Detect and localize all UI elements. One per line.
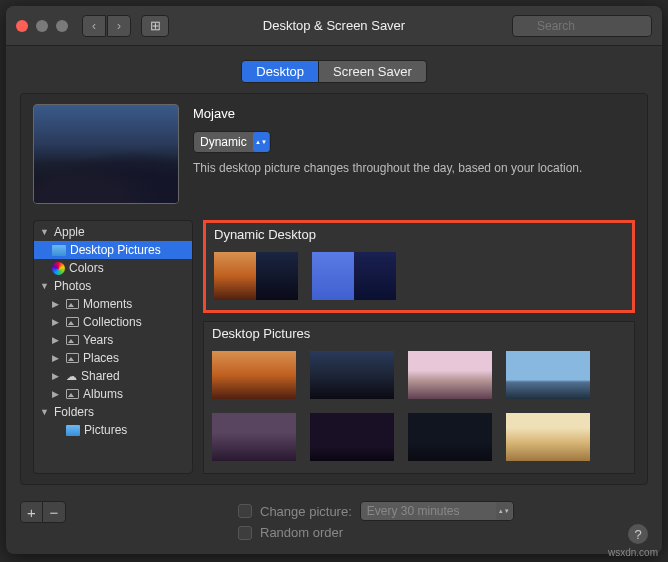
sidebar-label: Places xyxy=(83,351,119,365)
forward-button[interactable]: › xyxy=(107,15,131,37)
photo-icon xyxy=(66,353,79,363)
random-order-row: Random order xyxy=(238,525,514,540)
sidebar-label: Shared xyxy=(81,369,120,383)
sidebar-item-places[interactable]: Places xyxy=(34,349,192,367)
disclosure-triangle-icon xyxy=(52,371,62,381)
disclosure-triangle-icon xyxy=(52,389,62,399)
sidebar-label: Folders xyxy=(54,405,94,419)
sidebar-item-shared[interactable]: Shared xyxy=(34,367,192,385)
folder-icon xyxy=(52,245,66,256)
change-picture-checkbox[interactable] xyxy=(238,504,252,518)
wallpaper-thumb[interactable] xyxy=(506,413,590,461)
wallpaper-thumb[interactable] xyxy=(408,413,492,461)
wallpaper-thumb-mojave-dynamic[interactable] xyxy=(214,252,298,300)
chevron-left-icon: ‹ xyxy=(92,19,96,33)
tab-screen-saver[interactable]: Screen Saver xyxy=(319,60,427,83)
tab-desktop[interactable]: Desktop xyxy=(241,60,319,83)
wallpaper-thumb[interactable] xyxy=(310,351,394,399)
titlebar: ‹ › ⊞ Desktop & Screen Saver 🔍 xyxy=(6,6,662,46)
wallpaper-preview xyxy=(33,104,179,204)
random-order-label: Random order xyxy=(260,525,343,540)
nav-buttons: ‹ › xyxy=(82,15,131,37)
sidebar-item-years[interactable]: Years xyxy=(34,331,192,349)
sidebar-item-colors[interactable]: Colors xyxy=(34,259,192,277)
footer: + − Change picture: Every 30 minutes ▲▼ … xyxy=(6,495,662,554)
random-order-checkbox[interactable] xyxy=(238,526,252,540)
search-input[interactable] xyxy=(512,15,652,37)
wallpaper-thumb[interactable] xyxy=(212,351,296,399)
watermark: wsxdn.com xyxy=(608,547,658,558)
traffic-lights xyxy=(16,20,68,32)
content-split: Apple Desktop Pictures Colors Photos Mom… xyxy=(21,220,647,484)
disclosure-triangle-icon xyxy=(52,299,62,309)
sidebar-item-moments[interactable]: Moments xyxy=(34,295,192,313)
disclosure-triangle-icon xyxy=(52,335,62,345)
photo-icon xyxy=(66,389,79,399)
window-title: Desktop & Screen Saver xyxy=(263,18,405,33)
wallpaper-gallery: Dynamic Desktop Desktop Pictures xyxy=(203,220,635,474)
sidebar-item-collections[interactable]: Collections xyxy=(34,313,192,331)
grid-icon: ⊞ xyxy=(150,18,161,33)
chevron-right-icon: › xyxy=(117,19,121,33)
section-title: Desktop Pictures xyxy=(204,322,634,347)
add-button[interactable]: + xyxy=(21,502,43,522)
disclosure-triangle-icon xyxy=(40,227,50,237)
wallpaper-mode-value: Dynamic xyxy=(200,135,247,149)
search-field-wrap: 🔍 xyxy=(512,15,652,37)
sidebar-label: Years xyxy=(83,333,113,347)
folder-icon xyxy=(66,425,80,436)
interval-select[interactable]: Every 30 minutes ▲▼ xyxy=(360,501,514,521)
main-panel: Mojave Dynamic ▲▼ This desktop picture c… xyxy=(20,93,648,485)
remove-button[interactable]: − xyxy=(43,502,65,522)
photo-icon xyxy=(66,335,79,345)
section-desktop-pictures: Desktop Pictures xyxy=(203,321,635,474)
disclosure-triangle-icon xyxy=(40,407,50,417)
change-picture-row: Change picture: Every 30 minutes ▲▼ xyxy=(238,501,514,521)
tab-bar: Desktop Screen Saver xyxy=(6,60,662,83)
maximize-button[interactable] xyxy=(56,20,68,32)
sidebar-label: Moments xyxy=(83,297,132,311)
thumbnail-grid xyxy=(204,347,634,474)
slideshow-options: Change picture: Every 30 minutes ▲▼ Rand… xyxy=(238,501,514,544)
back-button[interactable]: ‹ xyxy=(82,15,106,37)
sidebar-label: Colors xyxy=(69,261,104,275)
close-button[interactable] xyxy=(16,20,28,32)
sidebar-label: Pictures xyxy=(84,423,127,437)
updown-icon: ▲▼ xyxy=(496,502,512,520)
sidebar-item-desktop-pictures[interactable]: Desktop Pictures xyxy=(34,241,192,259)
wallpaper-thumb[interactable] xyxy=(506,351,590,399)
thumbnail-row xyxy=(206,248,632,310)
sidebar-label: Photos xyxy=(54,279,91,293)
wallpaper-thumb[interactable] xyxy=(212,413,296,461)
cloud-icon xyxy=(66,369,77,383)
sidebar-label: Desktop Pictures xyxy=(70,243,161,257)
sidebar-label: Apple xyxy=(54,225,85,239)
sidebar-group-apple[interactable]: Apple xyxy=(34,223,192,241)
show-all-button[interactable]: ⊞ xyxy=(141,15,169,37)
interval-value: Every 30 minutes xyxy=(367,504,460,518)
add-remove-buttons: + − xyxy=(20,501,66,523)
wallpaper-thumb[interactable] xyxy=(408,351,492,399)
preferences-window: ‹ › ⊞ Desktop & Screen Saver 🔍 Desktop S… xyxy=(6,6,662,554)
help-button[interactable]: ? xyxy=(628,524,648,544)
disclosure-triangle-icon xyxy=(40,281,50,291)
sidebar-label: Albums xyxy=(83,387,123,401)
colors-icon xyxy=(52,262,65,275)
wallpaper-name: Mojave xyxy=(193,106,635,121)
sidebar-item-albums[interactable]: Albums xyxy=(34,385,192,403)
updown-icon: ▲▼ xyxy=(253,132,269,152)
wallpaper-header: Mojave Dynamic ▲▼ This desktop picture c… xyxy=(21,94,647,220)
wallpaper-thumb[interactable] xyxy=(310,413,394,461)
disclosure-triangle-icon xyxy=(52,317,62,327)
minimize-button[interactable] xyxy=(36,20,48,32)
source-sidebar[interactable]: Apple Desktop Pictures Colors Photos Mom… xyxy=(33,220,193,474)
sidebar-group-photos[interactable]: Photos xyxy=(34,277,192,295)
wallpaper-thumb-solar-dynamic[interactable] xyxy=(312,252,396,300)
section-dynamic-desktop: Dynamic Desktop xyxy=(203,220,635,313)
section-title: Dynamic Desktop xyxy=(206,223,632,248)
sidebar-group-folders[interactable]: Folders xyxy=(34,403,192,421)
sidebar-item-pictures[interactable]: Pictures xyxy=(34,421,192,439)
wallpaper-mode-select[interactable]: Dynamic ▲▼ xyxy=(193,131,271,153)
sidebar-label: Collections xyxy=(83,315,142,329)
disclosure-triangle-icon xyxy=(52,353,62,363)
